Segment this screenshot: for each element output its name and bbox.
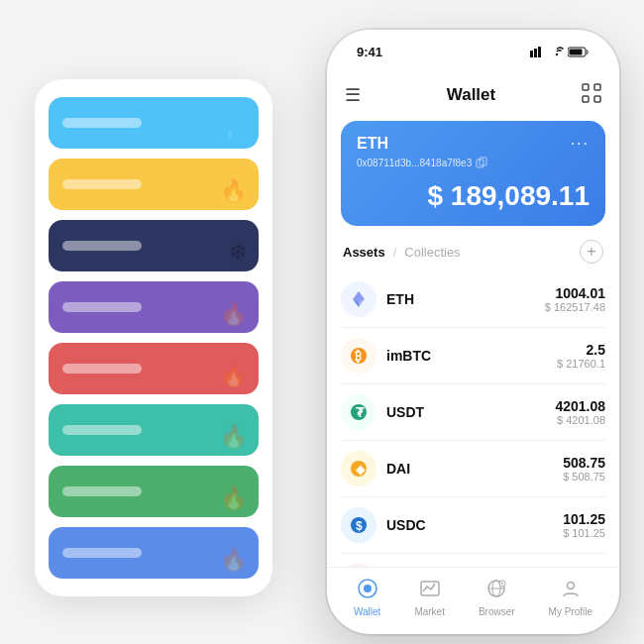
main-scene: 💧 🔥 ❄ 🔥 🔥 🔥 🔥 🔥: [15, 20, 629, 624]
wallet-currency: ETH: [357, 135, 388, 153]
stack-card-6[interactable]: 🔥: [49, 404, 259, 456]
svg-text:◈: ◈: [355, 463, 366, 477]
tab-assets[interactable]: Assets: [343, 245, 385, 260]
stack-card-4[interactable]: 🔥: [49, 281, 259, 333]
svg-rect-7: [594, 84, 600, 90]
asset-item-eth[interactable]: ETH 1004.01 $ 162517.48: [341, 271, 605, 328]
card-icon-5: 🔥: [220, 363, 247, 388]
svg-rect-9: [594, 96, 600, 102]
profile-nav-label: My Profile: [549, 606, 592, 617]
assets-header: Assets / Collecties +: [327, 236, 619, 271]
bottom-nav: Wallet Market: [327, 567, 619, 634]
svg-text:₿: ₿: [355, 349, 362, 364]
status-icons: [530, 47, 590, 57]
tab-collecties[interactable]: Collecties: [404, 245, 460, 260]
nav-profile[interactable]: My Profile: [549, 578, 592, 617]
svg-rect-8: [583, 96, 589, 102]
imbtc-amount: 2.5: [557, 342, 605, 358]
svg-point-34: [567, 582, 574, 589]
asset-item-dai[interactable]: ◈ DAI 508.75 $ 508.75: [341, 441, 605, 497]
scan-icon[interactable]: [582, 83, 601, 108]
asset-list: ETH 1004.01 $ 162517.48 ₿ imBTC 2.5 $: [327, 271, 619, 567]
usdt-icon: ₮: [341, 394, 376, 430]
card-icon-6: 🔥: [220, 424, 247, 450]
asset-item-imbtc[interactable]: ₿ imBTC 2.5 $ 21760.1: [341, 328, 605, 384]
page-title: Wallet: [447, 85, 495, 105]
card-label-4: [62, 302, 142, 312]
card-label-5: [62, 364, 142, 374]
stack-card-8[interactable]: 🔥: [49, 527, 259, 579]
card-label-2: [62, 179, 142, 189]
stack-card-7[interactable]: 🔥: [49, 466, 259, 517]
nav-wallet[interactable]: Wallet: [354, 578, 380, 617]
svg-rect-1: [534, 49, 537, 57]
svg-point-26: [364, 585, 372, 592]
imbtc-icon: ₿: [341, 338, 376, 374]
eth-usd: $ 162517.48: [545, 301, 605, 313]
browser-nav-label: Browser: [479, 606, 515, 617]
imbtc-usd: $ 21760.1: [557, 358, 605, 370]
stack-card-5[interactable]: 🔥: [49, 343, 259, 394]
eth-icon: [341, 281, 376, 317]
stack-card-2[interactable]: 🔥: [49, 159, 259, 210]
imbtc-amounts: 2.5 $ 21760.1: [557, 342, 605, 370]
dai-name: DAI: [386, 461, 553, 477]
card-label-6: [62, 425, 142, 435]
status-time: 9:41: [357, 45, 382, 59]
wallet-address: 0x08711d3b...8418a7f8e3: [357, 157, 590, 168]
card-label-7: [62, 486, 142, 496]
wallet-card[interactable]: ETH ··· 0x08711d3b...8418a7f8e3 $ 189,08…: [341, 121, 605, 226]
svg-point-3: [556, 53, 558, 54]
stack-card-3[interactable]: ❄: [49, 220, 259, 271]
nav-browser[interactable]: Browser: [479, 578, 515, 617]
card-stack: 💧 🔥 ❄ 🔥 🔥 🔥 🔥 🔥: [35, 79, 272, 596]
usdt-amount: 4201.08: [555, 398, 605, 414]
usdt-usd: $ 4201.08: [555, 414, 605, 426]
nav-market[interactable]: Market: [414, 578, 445, 617]
usdc-amounts: 101.25 $ 101.25: [563, 511, 605, 539]
menu-icon[interactable]: ☰: [345, 84, 361, 106]
card-label-8: [62, 548, 142, 558]
usdt-amounts: 4201.08 $ 4201.08: [555, 398, 605, 426]
svg-rect-0: [530, 51, 533, 57]
assets-tabs: Assets / Collecties: [343, 245, 461, 260]
eth-name: ETH: [386, 291, 535, 307]
card-icon-2: 🔥: [220, 178, 247, 204]
dai-amount: 508.75: [563, 455, 605, 471]
card-icon-1: 💧: [220, 117, 247, 143]
profile-nav-icon: [560, 578, 582, 604]
usdc-usd: $ 101.25: [563, 527, 605, 539]
stack-card-1[interactable]: 💧: [49, 97, 259, 149]
eth-amount: 1004.01: [545, 285, 605, 301]
card-icon-7: 🔥: [220, 485, 247, 511]
usdc-name: USDC: [386, 517, 553, 533]
dai-amounts: 508.75 $ 508.75: [563, 455, 605, 483]
market-nav-label: Market: [414, 606, 445, 617]
asset-item-tft[interactable]: ❧ TFT 13 0: [341, 554, 605, 567]
wallet-menu-dots[interactable]: ···: [571, 135, 590, 153]
dai-icon: ◈: [341, 451, 376, 486]
card-icon-4: 🔥: [220, 301, 247, 327]
card-label-3: [62, 241, 142, 251]
wallet-nav-label: Wallet: [354, 606, 380, 617]
asset-item-usdt[interactable]: ₮ USDT 4201.08 $ 4201.08: [341, 384, 605, 441]
nav-bar: ☰ Wallet: [327, 73, 619, 117]
phone-frame: 9:41: [327, 30, 619, 634]
card-label-1: [62, 118, 142, 128]
market-nav-icon: [419, 578, 441, 604]
card-icon-3: ❄: [229, 240, 247, 266]
svg-text:$: $: [356, 519, 363, 533]
status-bar: 9:41: [327, 30, 619, 73]
svg-rect-2: [538, 47, 541, 57]
usdt-name: USDT: [386, 404, 545, 420]
asset-item-usdc[interactable]: $ USDC 101.25 $ 101.25: [341, 497, 605, 554]
add-asset-button[interactable]: +: [580, 240, 603, 264]
tab-divider: /: [393, 245, 397, 260]
imbtc-name: imBTC: [386, 348, 547, 364]
usdc-amount: 101.25: [563, 511, 605, 527]
svg-rect-5: [570, 49, 583, 54]
card-icon-8: 🔥: [220, 547, 247, 573]
svg-text:₮: ₮: [356, 405, 365, 420]
eth-amounts: 1004.01 $ 162517.48: [545, 285, 605, 313]
svg-rect-6: [583, 84, 589, 90]
